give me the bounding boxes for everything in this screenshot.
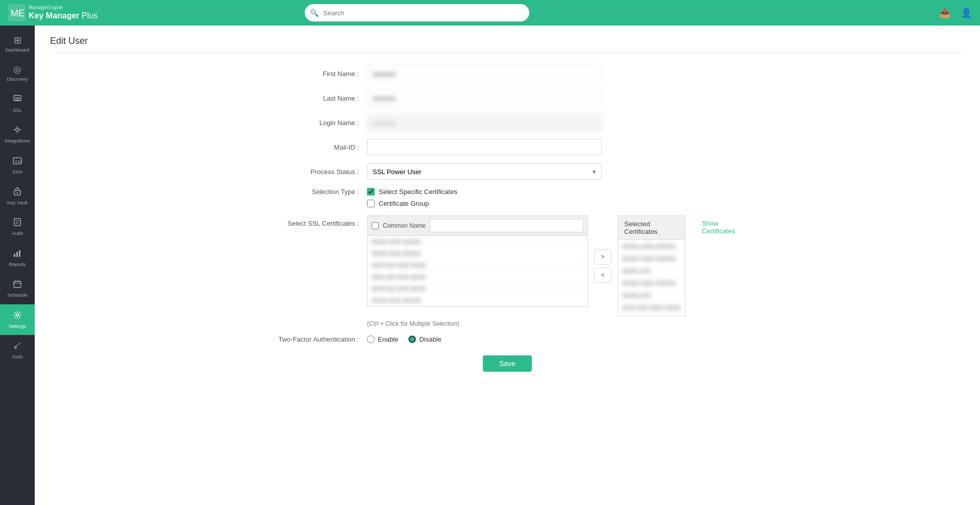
sidebar-item-reports[interactable]: Reports — [0, 243, 35, 273]
discovery-icon: ◎ — [13, 65, 21, 74]
edit-user-form: First Name : Last Name : Login Name : — [265, 65, 750, 372]
cert-list-container: Common Name xxxxx.xxxx.xxxxxx xxxxx.xxxx… — [367, 215, 588, 307]
list-item[interactable]: xxxxx.xxxx.xxxxxx — [618, 252, 685, 264]
ssl-certs-label: Select SSL Certificates : — [265, 215, 367, 227]
mail-id-row: Mail-ID : — [265, 139, 750, 155]
common-name-label: Common Name — [383, 222, 426, 229]
mail-id-input[interactable] — [367, 139, 602, 155]
discovery-label: Discovery — [7, 76, 28, 82]
header: ME ManageEngine Key Manager Plus 🔍 📤 👤 — [0, 0, 980, 26]
ssl-icon — [13, 94, 22, 105]
save-row: Save — [265, 355, 750, 372]
process-status-control: SSL Power User Administrator Operator Vi… — [367, 163, 602, 180]
list-item[interactable]: xxxxx.xxxx.xxxxxx — [368, 295, 587, 306]
sidebar-item-dashboard[interactable]: ⊞ Dashboard — [0, 30, 35, 59]
common-name-checkbox[interactable] — [372, 222, 379, 229]
sidebar-item-schedule[interactable]: Schedule — [0, 273, 35, 304]
list-item[interactable]: xxxxx.xxxx.xxxxxx — [618, 240, 685, 252]
sidebar-item-integrations[interactable]: Integrations — [0, 119, 35, 150]
audit-icon — [13, 218, 22, 228]
select-specific-certs-option[interactable]: Select Specific Certificates — [367, 188, 457, 196]
search-bar-container: 🔍 — [305, 4, 529, 21]
login-name-input[interactable] — [367, 114, 602, 131]
sidebar: ⊞ Dashboard ◎ Discovery SSL — [0, 26, 35, 505]
reports-icon — [13, 249, 22, 259]
page-title: Edit User — [50, 36, 965, 53]
main-content: Edit User First Name : Last Name : Login… — [35, 26, 980, 505]
audit-label: Audit — [12, 230, 23, 236]
key-vault-label: Key Vault — [7, 200, 28, 205]
process-status-select[interactable]: SSL Power User Administrator Operator Vi… — [367, 163, 602, 180]
list-item[interactable]: xxxxx.xxxx.xxxxxx — [618, 277, 685, 289]
list-item[interactable]: xxxxx.xxxx.xxxxxx — [368, 248, 587, 259]
search-input[interactable] — [305, 4, 529, 21]
selection-type-options: Select Specific Certificates Certificate… — [367, 188, 457, 207]
sidebar-item-discovery[interactable]: ◎ Discovery — [0, 59, 35, 88]
ssh-label: SSH — [12, 169, 22, 175]
svg-point-26 — [14, 347, 16, 349]
selected-cert-listbox[interactable]: xxxxx.xxxx.xxxxxx xxxxx.xxxx.xxxxxx xxxx… — [618, 239, 685, 316]
move-right-button[interactable]: > — [594, 249, 611, 264]
two-factor-disable-label: Disable — [419, 335, 441, 343]
list-item[interactable]: xxxxx.xxxx.xxxxxx — [368, 236, 587, 248]
selected-certs-header: Selected Certificates — [618, 215, 685, 239]
main-container: ⊞ Dashboard ◎ Discovery SSL — [0, 26, 980, 505]
list-item[interactable]: xxxxx.xxx — [618, 264, 685, 277]
process-status-label: Process Status : — [265, 168, 367, 176]
sidebar-item-audit[interactable]: Audit — [0, 211, 35, 242]
logo-icon: ME — [8, 4, 26, 21]
svg-text:SSH: SSH — [15, 160, 22, 163]
list-item[interactable]: xxxxx.xxx — [618, 289, 685, 301]
list-item[interactable]: xxxx.xxx.xxxx.xxxxx — [618, 301, 685, 314]
last-name-input[interactable] — [367, 90, 602, 106]
sidebar-item-ssl[interactable]: SSL — [0, 88, 35, 119]
first-name-input[interactable] — [367, 65, 602, 82]
two-factor-options: Enable Disable — [367, 335, 442, 343]
list-item[interactable]: xxxx.xxx.xxxx.xxxxx — [368, 283, 587, 295]
save-button[interactable]: Save — [483, 355, 532, 372]
available-cert-listbox[interactable]: xxxxx.xxxx.xxxxxx xxxxx.xxxx.xxxxxx xxxx… — [367, 235, 588, 307]
settings-label: Settings — [9, 323, 26, 329]
tools-label: Tools — [12, 354, 23, 359]
select-specific-certs-checkbox[interactable] — [367, 188, 375, 196]
mail-id-label: Mail-ID : — [265, 143, 367, 151]
show-certificates-link[interactable]: Show Certificates — [702, 220, 750, 235]
first-name-row: First Name : — [265, 65, 750, 82]
list-item[interactable]: xxxx.xxx.xxxx.xxxxx — [368, 259, 587, 271]
user-profile-icon[interactable]: 👤 — [961, 7, 972, 18]
sidebar-item-ssh[interactable]: SSH SSH — [0, 150, 35, 181]
svg-point-25 — [16, 314, 19, 316]
svg-rect-19 — [16, 252, 18, 257]
sidebar-item-tools[interactable]: Tools — [0, 335, 35, 366]
process-status-row: Process Status : SSL Power User Administ… — [265, 163, 750, 180]
svg-rect-18 — [14, 254, 15, 257]
common-name-filter-input[interactable] — [430, 219, 583, 232]
cert-list-header: Common Name — [367, 215, 588, 235]
header-actions: 📤 👤 — [939, 7, 972, 18]
two-factor-disable-option[interactable]: Disable — [408, 335, 441, 343]
login-name-row: Login Name : — [265, 114, 750, 131]
ssl-certs-outer-row: Select SSL Certificates : Common Name xx… — [265, 215, 750, 316]
notifications-icon[interactable]: 📤 — [939, 7, 950, 18]
sidebar-item-key-vault[interactable]: Key Vault — [0, 181, 35, 211]
two-factor-disable-radio[interactable] — [408, 335, 416, 343]
move-left-button[interactable]: < — [594, 268, 611, 283]
process-status-select-wrapper: SSL Power User Administrator Operator Vi… — [367, 163, 602, 180]
two-factor-enable-radio[interactable] — [367, 335, 375, 343]
key-vault-icon — [13, 187, 22, 198]
svg-point-13 — [17, 192, 18, 194]
reports-label: Reports — [9, 261, 26, 267]
selection-type-label: Selection Type : — [265, 188, 367, 196]
selection-type-row: Selection Type : Select Specific Certifi… — [265, 188, 750, 207]
certificate-group-option[interactable]: Certificate Group — [367, 200, 457, 207]
selected-certs-panel: Selected Certificates xxxxx.xxxx.xxxxxx … — [618, 215, 685, 316]
two-factor-label: Two-Factor Authentication : — [265, 335, 367, 343]
ssh-icon: SSH — [13, 156, 22, 167]
integrations-label: Integrations — [5, 138, 30, 143]
tools-icon — [13, 341, 22, 352]
sidebar-item-settings[interactable]: Settings — [0, 304, 35, 335]
last-name-row: Last Name : — [265, 90, 750, 106]
certificate-group-checkbox[interactable] — [367, 200, 375, 207]
list-item[interactable]: xxxx.xxx.xxxx.xxxxx — [368, 271, 587, 283]
two-factor-enable-option[interactable]: Enable — [367, 335, 398, 343]
